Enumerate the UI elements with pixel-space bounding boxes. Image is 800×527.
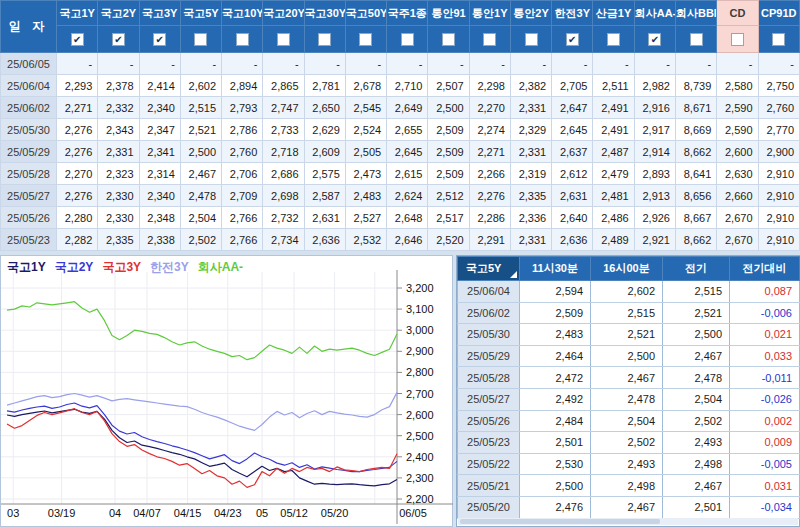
yield-cell: 2,770 xyxy=(758,119,799,141)
yield-row-25/06/02[interactable]: 25/06/022,2712,3322,3402,5152,7932,7472,… xyxy=(1,97,800,119)
yield-cell: 2,760 xyxy=(222,141,263,163)
column-checkbox-17[interactable] xyxy=(772,33,785,46)
detail-cell: 2,493 xyxy=(663,432,730,454)
yield-row-25/05/28[interactable]: 25/05/282,2702,3232,3142,4672,7062,6862,… xyxy=(1,163,800,185)
detail-row-25/05/22[interactable]: 25/05/222,5302,4932,498-0,005 xyxy=(458,453,800,475)
column-checkbox-3[interactable] xyxy=(194,33,207,46)
detail-row-25/05/27[interactable]: 25/05/272,4922,4782,504-0,026 xyxy=(458,388,800,410)
yield-row-25/06/04[interactable]: 25/06/042,2932,3782,4142,6022,8942,8652,… xyxy=(1,75,800,97)
column-header-16: CD xyxy=(717,1,758,26)
bond-yield-screen: 일 자국고1Y국고2Y국고3Y국고5Y국고10Y국고20Y국고30Y국고50Y국… xyxy=(0,0,800,527)
column-checkbox-7[interactable] xyxy=(359,33,372,46)
column-checkbox-15[interactable] xyxy=(690,33,703,46)
yield-cell: 2,637 xyxy=(552,141,593,163)
detail-row-25/05/29[interactable]: 25/05/292,4642,5002,4670,033 xyxy=(458,345,800,367)
column-header-6: 국고30Y xyxy=(304,1,345,26)
column-header-13: 산금1Y xyxy=(593,1,634,26)
sort-indicator-icon xyxy=(510,271,517,278)
yield-cell: 2,630 xyxy=(717,163,758,185)
yield-cell: 2,509 xyxy=(428,163,469,185)
legend-item: 한전3Y xyxy=(150,260,189,274)
yield-cell: 8,662 xyxy=(675,229,716,251)
row-date: 25/05/29 xyxy=(1,141,57,163)
detail-row-25/05/21[interactable]: 25/05/212,5002,4982,4670,031 xyxy=(458,475,800,497)
detail-cell: 2,472 xyxy=(520,367,591,389)
y-axis-tick-label: 3,100 xyxy=(406,303,434,315)
yield-cell: 2,732 xyxy=(263,207,304,229)
column-checkbox-5[interactable] xyxy=(277,33,290,46)
column-checkbox-8[interactable] xyxy=(401,33,414,46)
yield-row-25/05/23[interactable]: 25/05/232,2822,3352,3382,5022,7662,7342,… xyxy=(1,229,800,251)
change-cell: 0,002 xyxy=(730,410,800,432)
yield-cell: 2,609 xyxy=(304,141,345,163)
column-checkbox-13[interactable] xyxy=(607,33,620,46)
column-header-4: 국고10Y xyxy=(222,1,263,26)
yield-cell: 2,580 xyxy=(717,75,758,97)
column-checkbox-0[interactable]: ✔ xyxy=(71,33,84,46)
detail-cell: 2,483 xyxy=(520,324,591,346)
y-axis-tick-label: 2,700 xyxy=(406,388,434,400)
yield-row-25/05/30[interactable]: 25/05/302,2762,3432,3472,5212,7862,7332,… xyxy=(1,119,800,141)
column-checkbox-2[interactable]: ✔ xyxy=(153,33,166,46)
yield-cell: 2,532 xyxy=(345,229,386,251)
yield-cell: - xyxy=(139,53,180,75)
yield-cell: 2,467 xyxy=(180,163,221,185)
column-checkbox-12[interactable]: ✔ xyxy=(566,33,579,46)
column-checkbox-16[interactable] xyxy=(731,33,744,46)
column-checkbox-6[interactable] xyxy=(318,33,331,46)
yield-cell: - xyxy=(57,53,98,75)
detail-row-25/05/23[interactable]: 25/05/232,5012,5022,4930,009 xyxy=(458,432,800,454)
column-checkbox-4[interactable] xyxy=(236,33,249,46)
scrollbar-thumb[interactable] xyxy=(460,519,660,524)
yield-cell: 2,910 xyxy=(758,185,799,207)
column-header-14: 회사AA- xyxy=(634,1,675,26)
yield-row-25/06/05[interactable]: 25/06/05------------------ xyxy=(1,53,800,75)
column-checkbox-11[interactable] xyxy=(525,33,538,46)
yield-row-25/05/26[interactable]: 25/05/262,2802,3302,3482,5042,7662,7322,… xyxy=(1,207,800,229)
detail-header-3: 전기 xyxy=(663,257,730,281)
column-checkbox-10[interactable] xyxy=(483,33,496,46)
row-date: 25/05/26 xyxy=(1,207,57,229)
yield-cell: 2,414 xyxy=(139,75,180,97)
yield-cell: 2,734 xyxy=(263,229,304,251)
column-checkbox-1[interactable]: ✔ xyxy=(112,33,125,46)
detail-row-25/06/02[interactable]: 25/06/022,5092,5152,521-0,006 xyxy=(458,302,800,324)
column-header-11: 통안2Y xyxy=(510,1,551,26)
x-axis-tick-label: 06/05 xyxy=(399,507,427,519)
yield-cell: 2,910 xyxy=(758,163,799,185)
series-line-3 xyxy=(7,409,397,486)
horizontal-scrollbar[interactable] xyxy=(458,518,798,525)
row-date: 25/05/22 xyxy=(458,453,520,475)
yield-cell: - xyxy=(510,53,551,75)
yield-cell: 2,319 xyxy=(510,163,551,185)
change-cell: -0,034 xyxy=(730,496,800,518)
detail-row-25/05/26[interactable]: 25/05/262,4842,5042,5020,002 xyxy=(458,410,800,432)
detail-row-25/05/30[interactable]: 25/05/302,4832,5212,5000,021 xyxy=(458,324,800,346)
yield-cell: 2,348 xyxy=(139,207,180,229)
change-cell: 0,031 xyxy=(730,475,800,497)
column-checkbox-cell-1: ✔ xyxy=(98,26,139,53)
column-header-8: 국주1종 xyxy=(387,1,428,26)
yield-cell: 2,636 xyxy=(304,229,345,251)
yield-row-25/05/27[interactable]: 25/05/272,2762,3302,3402,4782,7092,6982,… xyxy=(1,185,800,207)
column-checkbox-14[interactable]: ✔ xyxy=(648,33,661,46)
yield-cell: 2,505 xyxy=(345,141,386,163)
detail-row-25/05/28[interactable]: 25/05/282,4722,4672,478-0,011 xyxy=(458,367,800,389)
yield-cell: 2,781 xyxy=(304,75,345,97)
detail-header-0[interactable]: 국고5Y xyxy=(458,257,520,281)
column-checkbox-cell-11 xyxy=(510,26,551,53)
row-date: 25/05/28 xyxy=(1,163,57,185)
detail-row-25/06/04[interactable]: 25/06/042,5942,6022,5150,087 xyxy=(458,281,800,303)
yield-cell: 2,648 xyxy=(387,207,428,229)
yield-cell: - xyxy=(634,53,675,75)
column-header-12: 한전3Y xyxy=(552,1,593,26)
series-line-4 xyxy=(7,409,397,488)
yield-cell: 2,706 xyxy=(222,163,263,185)
yield-cell: 2,335 xyxy=(98,229,139,251)
row-date: 25/05/23 xyxy=(1,229,57,251)
yield-row-25/05/29[interactable]: 25/05/292,2762,3312,3412,5002,7602,7182,… xyxy=(1,141,800,163)
yield-cell: 2,271 xyxy=(57,97,98,119)
detail-row-25/05/20[interactable]: 25/05/202,4762,4672,501-0,034 xyxy=(458,496,800,518)
column-checkbox-cell-7 xyxy=(345,26,386,53)
column-checkbox-9[interactable] xyxy=(442,33,455,46)
